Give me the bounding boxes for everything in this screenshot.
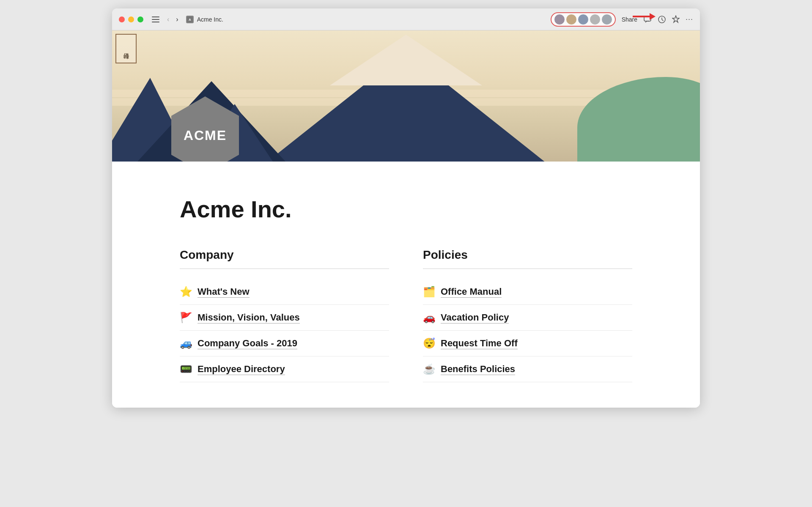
avatar-5 (601, 14, 612, 25)
list-item[interactable]: 🚙 Company Goals - 2019 (180, 331, 389, 356)
fuji-snow-cap (330, 35, 482, 85)
goals-link[interactable]: Company Goals - 2019 (198, 338, 297, 349)
browser-window: ‹ › A Acme Inc. (112, 8, 700, 408)
office-manual-icon: 🗂️ (423, 286, 436, 298)
star-icon (672, 15, 680, 24)
sidebar-toggle-button[interactable] (152, 16, 159, 22)
list-item[interactable]: 📟 Employee Directory (180, 356, 389, 382)
back-button[interactable]: ‹ (165, 15, 172, 24)
two-col-layout: Company ⭐ What's New 🚩 Mission, Vision, … (180, 248, 632, 382)
directory-link[interactable]: Employee Directory (198, 364, 285, 375)
arrow-indicator (633, 13, 656, 20)
hex-shape: ACME (171, 96, 239, 162)
title-bar: ‹ › A Acme Inc. (112, 8, 700, 30)
tab-area: A Acme Inc. (186, 16, 223, 23)
hex-label: ACME (184, 128, 227, 143)
maximize-button[interactable] (137, 16, 143, 22)
minimize-button[interactable] (128, 16, 134, 22)
favicon: A (186, 16, 194, 23)
policies-divider (423, 269, 632, 269)
whats-new-link[interactable]: What's New (198, 286, 250, 298)
close-button[interactable] (119, 16, 125, 22)
avatar-3 (578, 14, 589, 25)
list-item[interactable]: 🗂️ Office Manual (423, 279, 632, 305)
office-manual-link[interactable]: Office Manual (441, 286, 502, 298)
jp-text-box: 目峰 (115, 34, 137, 63)
company-divider (180, 269, 389, 269)
tab-title: Acme Inc. (197, 16, 223, 23)
list-item[interactable]: 😴 Request Time Off (423, 331, 632, 356)
svg-text:A: A (189, 18, 191, 22)
mission-link[interactable]: Mission, Vision, Values (198, 312, 300, 323)
list-item[interactable]: ⭐ What's New (180, 279, 389, 305)
company-list: ⭐ What's New 🚩 Mission, Vision, Values 🚙… (180, 279, 389, 382)
directory-icon: 📟 (180, 363, 192, 375)
page-content: 目峰 ACME Acme Inc. Company (112, 30, 700, 408)
list-item[interactable]: 🚩 Mission, Vision, Values (180, 305, 389, 331)
mission-icon: 🚩 (180, 312, 192, 323)
hero-banner: 目峰 ACME (112, 30, 700, 162)
main-body: Acme Inc. Company ⭐ What's New 🚩 (112, 162, 700, 408)
company-heading: Company (180, 248, 389, 262)
benefits-icon: ☕ (423, 363, 436, 375)
policies-section: Policies 🗂️ Office Manual 🚗 Vacation Pol… (423, 248, 632, 382)
bookmark-button[interactable] (672, 15, 680, 24)
policies-heading: Policies (423, 248, 632, 262)
avatar-4 (590, 14, 601, 25)
history-icon (658, 15, 666, 24)
acme-hex-logo: ACME (171, 96, 239, 162)
page-title: Acme Inc. (180, 195, 632, 223)
vacation-icon: 🚗 (423, 312, 436, 323)
avatar-1 (554, 14, 565, 25)
goals-icon: 🚙 (180, 337, 192, 349)
list-item[interactable]: ☕ Benefits Policies (423, 356, 632, 382)
forward-button[interactable]: › (173, 15, 181, 24)
policies-list: 🗂️ Office Manual 🚗 Vacation Policy 😴 Req… (423, 279, 632, 382)
avatars-cluster[interactable] (551, 12, 616, 27)
time-off-icon: 😴 (423, 337, 436, 349)
nav-buttons: ‹ › (165, 15, 181, 24)
company-section: Company ⭐ What's New 🚩 Mission, Vision, … (180, 248, 389, 382)
traffic-lights (119, 16, 143, 22)
benefits-link[interactable]: Benefits Policies (441, 364, 515, 375)
more-button[interactable]: ··· (686, 15, 693, 24)
history-button[interactable] (658, 15, 666, 24)
time-off-link[interactable]: Request Time Off (441, 338, 518, 349)
toolbar-right: Share (551, 12, 693, 27)
avatar-2 (566, 14, 577, 25)
whats-new-icon: ⭐ (180, 286, 192, 298)
list-item[interactable]: 🚗 Vacation Policy (423, 305, 632, 331)
vacation-link[interactable]: Vacation Policy (441, 312, 509, 323)
